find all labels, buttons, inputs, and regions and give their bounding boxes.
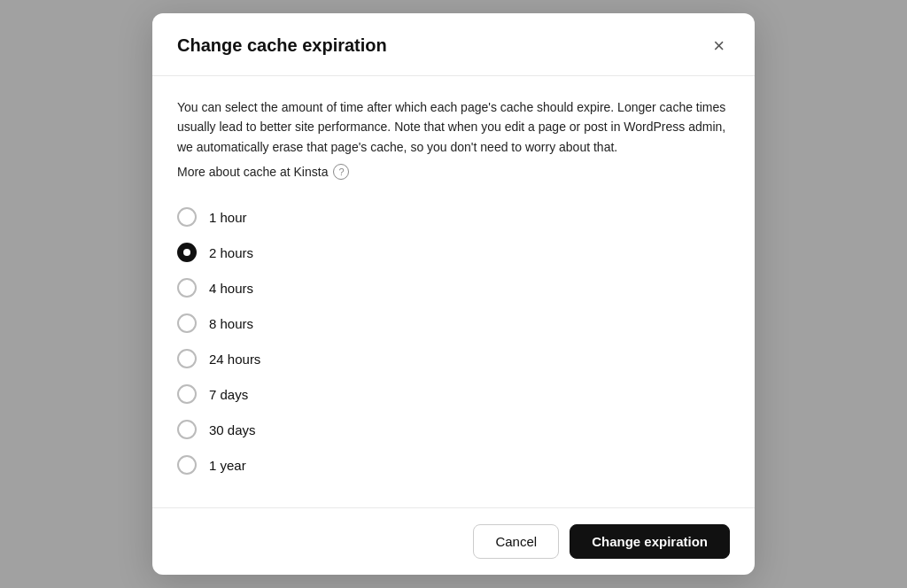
radio-label-2hours: 2 hours	[209, 245, 253, 260]
modal-header: Change cache expiration ×	[152, 13, 755, 76]
kinsta-link-row: More about cache at Kinsta ?	[177, 164, 349, 180]
modal-body: You can select the amount of time after …	[152, 76, 755, 507]
radio-label-7days: 7 days	[209, 387, 248, 402]
radio-option-7days[interactable]: 7 days	[177, 376, 730, 412]
radio-option-30days[interactable]: 30 days	[177, 412, 730, 447]
radio-option-1year[interactable]: 1 year	[177, 447, 730, 483]
radio-option-2hours[interactable]: 2 hours	[177, 235, 730, 270]
radio-input-4hours[interactable]	[177, 278, 197, 298]
radio-input-30days[interactable]	[177, 420, 197, 439]
cache-options-group: 1 hour2 hours4 hours8 hours24 hours7 day…	[177, 199, 730, 483]
radio-label-1year: 1 year	[209, 458, 246, 473]
radio-input-1year[interactable]	[177, 455, 197, 475]
kinsta-link-text[interactable]: More about cache at Kinsta	[177, 165, 328, 179]
radio-label-30days: 30 days	[209, 422, 256, 437]
radio-label-4hours: 4 hours	[209, 281, 253, 296]
radio-option-4hours[interactable]: 4 hours	[177, 270, 730, 306]
modal-description: You can select the amount of time after …	[177, 97, 730, 157]
radio-label-24hours: 24 hours	[209, 352, 260, 367]
radio-input-2hours[interactable]	[177, 243, 197, 262]
change-expiration-button[interactable]: Change expiration	[570, 524, 730, 559]
radio-input-1hour[interactable]	[177, 207, 197, 227]
radio-option-1hour[interactable]: 1 hour	[177, 199, 730, 235]
radio-option-8hours[interactable]: 8 hours	[177, 306, 730, 341]
radio-option-24hours[interactable]: 24 hours	[177, 341, 730, 376]
modal-overlay: Change cache expiration × You can select…	[0, 0, 907, 588]
cancel-button[interactable]: Cancel	[473, 524, 559, 559]
change-cache-modal: Change cache expiration × You can select…	[152, 13, 755, 575]
radio-label-1hour: 1 hour	[209, 210, 247, 225]
help-icon[interactable]: ?	[333, 164, 349, 180]
radio-input-24hours[interactable]	[177, 349, 197, 368]
modal-title: Change cache expiration	[177, 35, 387, 56]
radio-label-8hours: 8 hours	[209, 316, 253, 331]
radio-input-7days[interactable]	[177, 384, 197, 404]
close-button[interactable]: ×	[708, 35, 730, 58]
radio-input-8hours[interactable]	[177, 313, 197, 333]
modal-footer: Cancel Change expiration	[152, 507, 755, 575]
